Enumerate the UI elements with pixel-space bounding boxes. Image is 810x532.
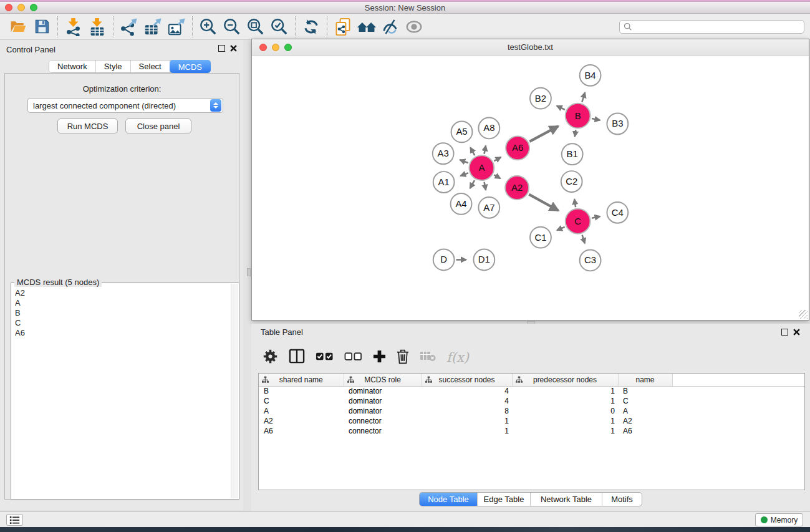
table-row[interactable]: Cdominator41C — [259, 396, 804, 406]
network-window-titlebar[interactable]: testGlobe.txt — [252, 39, 809, 56]
result-item[interactable]: B — [15, 308, 231, 318]
edge-B-B1[interactable] — [575, 130, 576, 137]
result-item[interactable]: C — [15, 318, 231, 328]
node-A5[interactable]: A5 — [451, 122, 473, 143]
edge-A-A1[interactable] — [460, 173, 468, 176]
open-session-button[interactable] — [6, 16, 30, 38]
node-B2[interactable]: B2 — [530, 88, 551, 109]
table-settings-button[interactable] — [263, 349, 278, 367]
tab-style[interactable]: Style — [96, 60, 131, 72]
close-panel-icon[interactable] — [793, 329, 800, 336]
node-C4[interactable]: C4 — [607, 202, 628, 223]
node-A1[interactable]: A1 — [433, 172, 455, 193]
edge-A6-B[interactable] — [529, 126, 558, 142]
select-all-columns-button[interactable] — [316, 352, 334, 364]
node-A6[interactable]: A6 — [506, 136, 529, 160]
tab-select[interactable]: Select — [131, 60, 170, 72]
birds-eye-view-button[interactable] — [402, 16, 426, 38]
node-A8[interactable]: A8 — [478, 118, 499, 139]
node-B1[interactable]: B1 — [562, 143, 583, 165]
edge-B-B4[interactable] — [582, 92, 585, 102]
zoom-network-button[interactable] — [284, 44, 292, 51]
network-vertical-scrollbar[interactable] — [247, 268, 251, 276]
node-A3[interactable]: A3 — [433, 143, 454, 164]
edge-B-B2[interactable] — [557, 106, 565, 110]
search-input[interactable] — [632, 22, 800, 31]
edge-A-A4[interactable] — [470, 180, 475, 188]
run-mcds-button[interactable]: Run MCDS — [57, 118, 118, 133]
hide-graphics-details-button[interactable] — [378, 16, 402, 38]
tab-network-table[interactable]: Network Table — [531, 493, 602, 506]
tab-node-table[interactable]: Node Table — [420, 493, 478, 506]
memory-button[interactable]: Memory — [755, 513, 803, 526]
zoom-out-button[interactable] — [220, 16, 244, 38]
node-B[interactable]: B — [566, 104, 591, 128]
refresh-button[interactable] — [299, 16, 323, 38]
node-C3[interactable]: C3 — [580, 250, 601, 271]
tab-motifs[interactable]: Motifs — [602, 493, 642, 506]
import-table-button[interactable] — [85, 16, 109, 38]
copy-network-view-button[interactable] — [331, 16, 355, 38]
edge-A-A8[interactable] — [485, 146, 486, 154]
node-C1[interactable]: C1 — [530, 227, 551, 248]
table-row[interactable]: Adominator80A — [259, 406, 804, 416]
table-row[interactable]: A6connector11A6 — [259, 426, 804, 436]
float-panel-icon[interactable] — [218, 45, 225, 52]
table-row[interactable]: Bdominator41B — [259, 386, 804, 396]
edge-A-A3[interactable] — [460, 160, 468, 163]
delete-table-button[interactable] — [420, 351, 436, 364]
node-A2[interactable]: A2 — [505, 176, 529, 200]
node-C2[interactable]: C2 — [561, 171, 582, 192]
edge-C-C4[interactable] — [592, 216, 600, 218]
edge-C-C3[interactable] — [582, 235, 585, 244]
table-header-row[interactable]: shared nameMCDS rolesuccessor nodesprede… — [259, 374, 804, 386]
export-table-button[interactable] — [141, 16, 165, 38]
result-scrollbar[interactable] — [231, 284, 238, 498]
edge-B-B3[interactable] — [592, 118, 600, 120]
export-image-button[interactable] — [165, 16, 188, 38]
close-window-button[interactable] — [5, 4, 12, 11]
result-item[interactable]: A6 — [15, 328, 231, 338]
minimize-window-button[interactable] — [17, 4, 25, 11]
window-resize-grip[interactable] — [799, 310, 808, 319]
zoom-selected-button[interactable] — [268, 16, 291, 38]
edge-A-A6[interactable] — [494, 157, 501, 161]
node-A[interactable]: A — [469, 155, 494, 180]
create-column-button[interactable] — [373, 350, 386, 365]
import-network-button[interactable] — [62, 16, 85, 38]
node-A4[interactable]: A4 — [451, 193, 472, 215]
node-D1[interactable]: D1 — [473, 249, 494, 271]
delete-columns-button[interactable] — [397, 349, 409, 367]
tab-network[interactable]: Network — [49, 60, 96, 72]
result-item[interactable]: A2 — [15, 288, 231, 298]
zoom-window-button[interactable] — [30, 4, 37, 11]
home-button[interactable] — [355, 16, 378, 38]
network-canvas[interactable]: AA1A2A3A4A5A6A7A8BB1B2B3B4CC1C2C3C4DD1 — [252, 56, 809, 320]
criterion-dropdown[interactable]: largest connected component (directed) — [27, 98, 223, 113]
show-columns-button[interactable] — [289, 349, 305, 366]
column-header-name[interactable]: name — [618, 374, 672, 386]
minimize-network-button[interactable] — [272, 44, 279, 51]
zoom-in-button[interactable] — [196, 16, 220, 38]
edge-A-A5[interactable] — [470, 147, 475, 155]
node-D[interactable]: D — [433, 249, 455, 271]
task-history-button[interactable] — [6, 514, 23, 526]
node-B3[interactable]: B3 — [607, 114, 628, 135]
node-C[interactable]: C — [566, 209, 591, 234]
column-header-shared-name[interactable]: shared name — [259, 374, 344, 386]
edge-A-A7[interactable] — [485, 182, 486, 190]
close-panel-icon[interactable] — [230, 45, 237, 52]
edge-A-A2[interactable] — [494, 175, 500, 178]
close-network-button[interactable] — [259, 44, 267, 51]
edge-C-C2[interactable] — [574, 199, 576, 207]
unselect-all-columns-button[interactable] — [344, 352, 362, 364]
save-session-button[interactable] — [30, 16, 54, 38]
node-B4[interactable]: B4 — [580, 65, 601, 86]
close-panel-button[interactable]: Close panel — [125, 118, 191, 133]
node-A7[interactable]: A7 — [478, 197, 499, 218]
column-header-successor-nodes[interactable]: successor nodes — [422, 374, 512, 386]
result-item[interactable]: A — [15, 298, 231, 308]
table-row[interactable]: A2connector11A2 — [259, 416, 804, 426]
edge-C-C1[interactable] — [557, 227, 564, 230]
tab-mcds[interactable]: MCDS — [170, 60, 211, 73]
